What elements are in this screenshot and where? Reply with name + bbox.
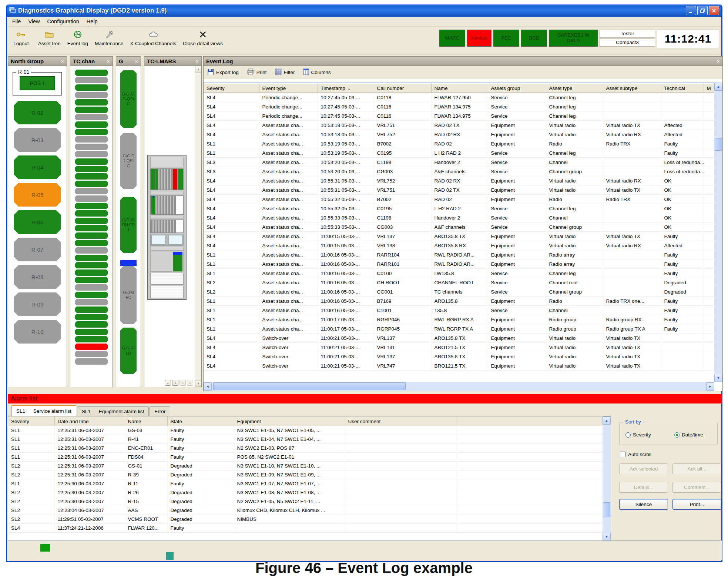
column-header-call-number[interactable]: Call number (374, 84, 431, 93)
scroll-left-icon[interactable]: ◄ (204, 382, 212, 391)
toolbar-close-detail-views[interactable]: Close detail views (183, 29, 223, 46)
channel-bar-17[interactable] (75, 188, 108, 194)
table-row[interactable]: SL211:29:51 05-03-2007VCMS ROOTDegradedN… (8, 515, 603, 524)
channel-bar-24[interactable] (75, 240, 108, 246)
tab-equipment-alarm-list[interactable]: SL1Equipment alarm list (77, 406, 149, 416)
scroll-right-icon[interactable]: ► (706, 382, 714, 391)
close-icon[interactable]: × (195, 58, 199, 64)
table-row[interactable]: SL1Asset status cha...11:00:16 05-03-...… (204, 269, 714, 278)
silence-button[interactable]: Silence (619, 499, 668, 510)
channel-bar-34[interactable] (75, 314, 108, 320)
channel-bar-33[interactable] (75, 307, 108, 313)
table-row[interactable]: SL212:25:31 06-03-2007R-39DegradedN3 SWC… (8, 470, 603, 479)
column-header-equipment[interactable]: Equipment (234, 417, 345, 426)
table-row[interactable]: SL4Asset status cha...10:55:33 05-03-...… (204, 222, 714, 232)
menu-view[interactable]: View (24, 17, 43, 26)
channel-bar-35[interactable] (75, 321, 108, 328)
pos1-button[interactable]: POS 1 (20, 76, 55, 90)
table-row[interactable]: SL1Asset status cha...11:00:16 05-03-...… (204, 306, 714, 315)
event-log-vscrollbar[interactable]: ▲ ▼ (714, 83, 722, 382)
table-row[interactable]: SL4Asset status cha...10:55:31 05-03-...… (204, 176, 714, 185)
toolbar-x-coupled-channels[interactable]: X-Coupled Channels (130, 29, 176, 46)
channel-bar-20[interactable] (75, 210, 108, 217)
asset-block-r-02[interactable]: R-02 (14, 101, 61, 124)
channel-bar-29[interactable] (75, 277, 108, 283)
channel-bar-4[interactable] (75, 92, 108, 98)
toolbar-asset-tree[interactable]: Asset tree (38, 29, 61, 46)
menu-file[interactable]: File (9, 17, 24, 26)
table-row[interactable]: SL212:23:04 06-03-2007AASDegradedKilomux… (8, 506, 603, 515)
channel-bar-7[interactable] (75, 114, 108, 120)
channel-bar-1[interactable] (75, 70, 108, 76)
channel-bar-8[interactable] (75, 121, 108, 128)
channel-bar-37[interactable] (75, 336, 108, 342)
table-row[interactable]: SL4Asset status cha...10:55:32 05-03-...… (204, 195, 714, 204)
asset-block-r-09[interactable]: R-09 (14, 292, 61, 316)
asset-block-r-03[interactable]: R-03 (14, 128, 61, 152)
g-block-g-g-rilo[interactable]: G/G RILO (120, 328, 137, 374)
channel-bar-13[interactable] (75, 158, 108, 165)
table-row[interactable]: SL4Asset status cha...10:55:32 05-03-...… (204, 204, 714, 213)
column-header-severity[interactable]: Severity (8, 417, 54, 426)
table-row[interactable]: SL411:37:24 21-12-2006FLWAR 120...Faulty (8, 524, 603, 533)
tab-service-alarm-list[interactable]: SL1Service alarm list (11, 405, 76, 416)
table-row[interactable]: SL4Asset status cha...11:00:15 05-03-...… (204, 241, 714, 250)
asset-block-r-05[interactable]: R-05 (14, 183, 61, 207)
titlebar[interactable]: Diagnostics Graphical Display (DGD2 vers… (7, 4, 721, 17)
scroll-down-icon[interactable]: ▼ (603, 533, 611, 541)
channel-bar-26[interactable] (75, 255, 108, 261)
status-button-marc[interactable]: MARC (439, 30, 465, 47)
column-header-assets-group[interactable]: Assets group (488, 84, 546, 93)
channel-bar-31[interactable] (75, 292, 108, 298)
channel-bar-6[interactable] (75, 107, 108, 113)
table-row[interactable]: SL1Asset status cha...11:00:16 05-03-...… (204, 259, 714, 269)
close-icon[interactable]: × (107, 58, 110, 64)
table-row[interactable]: SL212:25:30 06-03-2007R-26DegradedN3 SWC… (8, 488, 603, 497)
channel-bar-25[interactable] (75, 247, 108, 254)
column-header-date-and-time[interactable]: Date and time (54, 417, 125, 426)
table-row[interactable]: SL1Asset status cha...11:00:17 05-03-...… (204, 315, 714, 324)
column-header-state[interactable]: State (167, 417, 234, 426)
table-row[interactable]: SL1Asset status cha...11:00:17 05-03-...… (204, 324, 714, 334)
channel-bar-3[interactable] (75, 84, 108, 91)
g-block-g-g-ats-qsig[interactable]: G/G ATS-QSIG (120, 70, 137, 128)
table-row[interactable]: SL1Asset status cha...10:53:19 05-03-...… (204, 139, 714, 148)
channel-bar-38[interactable] (75, 344, 108, 350)
table-row[interactable]: SL212:25:31 06-03-2007GS-01DegradedN3 SW… (8, 462, 603, 470)
table-row[interactable]: SL4Switch-over11:00:21 05-03-...VRL131AR… (204, 343, 714, 352)
zoom-minus[interactable]: - (165, 380, 171, 386)
g-block-g-g-isdn-pri[interactable]: G/G ISDN PRI (120, 197, 137, 253)
table-row[interactable]: SL212:25:30 06-03-2007R-15DegradedN2 SWC… (8, 497, 603, 506)
table-row[interactable]: SL112:25:31 06-03-2007FDS04FaultyPOS 85,… (8, 453, 603, 462)
zoom-plus[interactable]: + (172, 380, 178, 386)
event-log-hscrollbar[interactable]: ◄ ► (204, 382, 714, 391)
channel-bar-12[interactable] (75, 151, 108, 157)
channel-bar-11[interactable] (75, 144, 108, 150)
eventlog-export-log-button[interactable]: Export log (207, 68, 239, 76)
table-row[interactable]: SL4Periodic change...10:27:45 05-03-...C… (204, 111, 714, 121)
channel-bar-39[interactable] (75, 351, 108, 357)
radio-circle[interactable] (625, 432, 631, 438)
channel-bar-19[interactable] (75, 203, 108, 209)
toolbar-logout[interactable]: Logout (11, 29, 31, 46)
column-header-asset-subtype[interactable]: Asset subtype (603, 84, 661, 93)
table-row[interactable]: SL112:25:30 06-03-2007R-11FaultyN3 SWC1 … (8, 479, 603, 488)
channel-bar-16[interactable] (75, 181, 108, 187)
radio-severity[interactable]: Severity (625, 432, 651, 438)
column-header-name[interactable]: Name (125, 417, 167, 426)
column-header-timestamp[interactable]: Timestamp▲ (318, 84, 374, 93)
table-row[interactable]: SL3Asset status cha...10:53:20 05-03-...… (204, 158, 714, 167)
asset-block-r-10[interactable]: R-10 (14, 320, 61, 344)
channel-bar-30[interactable] (75, 284, 108, 291)
checkbox-box[interactable] (620, 452, 625, 457)
column-header-asset-type[interactable]: Asset type (546, 84, 603, 93)
table-row[interactable]: SL4Asset status cha...10:55:33 05-03-...… (204, 213, 714, 222)
table-row[interactable]: SL4Asset status cha...10:53:18 05-03-...… (204, 130, 714, 139)
asset-block-r-06[interactable]: R-06 (14, 210, 61, 234)
auto-scroll-checkbox[interactable]: Auto scroll (620, 452, 651, 457)
table-row[interactable]: SL2Asset status cha...11:00:16 05-03-...… (204, 278, 714, 287)
menu-help[interactable]: Help (83, 17, 101, 26)
channel-bar-14[interactable] (75, 166, 108, 172)
scroll-down-icon[interactable]: ▼ (714, 374, 722, 382)
table-row[interactable]: SL4Switch-over11:00:21 05-03-...VRL137AR… (204, 352, 714, 361)
